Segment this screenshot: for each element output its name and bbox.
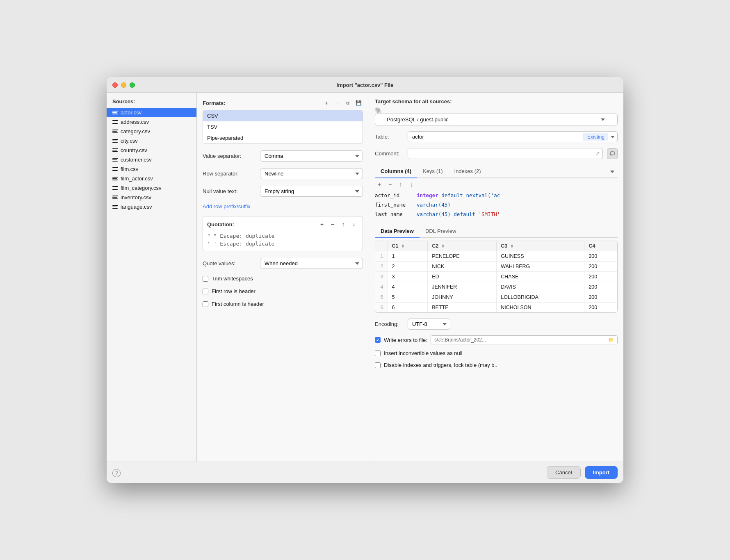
data-preview-section: Data Preview DDL Preview C1 ⇕ C2 ⇕ C3 ⇕ … (375, 225, 618, 313)
chevron-down-icon (611, 136, 615, 138)
insert-inconvertible-label: Insert inconvertible values as null (384, 350, 463, 356)
source-item-film[interactable]: film.csv (107, 164, 196, 174)
tab-data-preview[interactable]: Data Preview (375, 225, 420, 238)
source-item-category[interactable]: category.csv (107, 127, 196, 136)
cell-c3: WAHLBERG (497, 262, 584, 272)
add-format-button[interactable]: + (322, 98, 331, 107)
column-name: actor_id (375, 192, 412, 198)
row-num: 1 (375, 251, 388, 262)
tabs-more-button[interactable] (607, 166, 618, 176)
value-separator-label: Value separator: (203, 153, 256, 159)
save-format-button[interactable]: 💾 (354, 98, 363, 107)
tab-columns[interactable]: Columns (4) (375, 165, 417, 178)
first-row-header-label: First row is header (212, 288, 256, 294)
comment-input[interactable] (408, 148, 593, 159)
expand-comment-button[interactable]: ↗ (593, 150, 602, 157)
column-row-first-name: first_name varchar(45) (375, 200, 618, 209)
source-item-address[interactable]: address.csv (107, 117, 196, 127)
table-dropdown-button[interactable] (608, 136, 617, 138)
columns-toolbar: + − ↑ ↓ (375, 178, 618, 191)
cancel-button[interactable]: Cancel (547, 466, 580, 479)
source-name: address.csv (121, 119, 149, 125)
cell-c1: 5 (388, 292, 428, 303)
quotation-header: Quotation: + − ↑ ↓ (207, 220, 358, 229)
minimize-button[interactable] (121, 82, 126, 88)
row-num: 2 (375, 262, 388, 272)
tab-indexes[interactable]: Indexes (2) (449, 165, 487, 178)
preview-col-c1[interactable]: C1 ⇕ (388, 241, 428, 251)
source-item-country[interactable]: country.csv (107, 146, 196, 155)
tab-ddl-preview[interactable]: DDL Preview (420, 225, 462, 238)
cell-c2: ED (428, 272, 497, 282)
quote-values-select[interactable]: When needed Always Never (260, 258, 363, 269)
preview-col-c3[interactable]: C3 ⇕ (497, 241, 584, 251)
cell-c4: 200 (584, 272, 617, 282)
file-icon (112, 176, 118, 182)
table-row: 4 4 JENNIFER DAVIS 200 (375, 282, 617, 292)
preview-header-row: C1 ⇕ C2 ⇕ C3 ⇕ C4 (375, 241, 617, 251)
disable-indexes-checkbox[interactable] (375, 362, 381, 368)
row-num: 4 (375, 282, 388, 292)
cell-c4: 200 (584, 262, 617, 272)
error-file-path[interactable]: s/JetBrains/actor_202... 📁 (431, 335, 618, 344)
formats-section: Formats: + − ⧉ 💾 CSV TSV Pipe-separated (203, 98, 363, 144)
schema-select-wrapper: 🐘 PostgreSQL / guest.public (375, 107, 618, 125)
close-button[interactable] (112, 82, 118, 88)
source-item-inventory[interactable]: inventory.csv (107, 193, 196, 202)
format-item-tsv[interactable]: TSV (203, 121, 363, 132)
source-item-city[interactable]: city.csv (107, 136, 196, 146)
import-button[interactable]: Import (585, 466, 618, 479)
preview-col-c2[interactable]: C2 ⇕ (428, 241, 497, 251)
remove-format-button[interactable]: − (333, 98, 342, 107)
comment-input-wrapper: ↗ (408, 148, 603, 159)
quotation-item-single: ' ' Escape: duplicate (207, 240, 358, 248)
add-column-button[interactable]: + (375, 180, 384, 189)
trim-whitespaces-checkbox[interactable] (203, 276, 208, 282)
row-separator-select[interactable]: Newline CR+LF (260, 168, 363, 179)
traffic-lights (112, 82, 135, 88)
help-button[interactable]: ? (112, 469, 121, 477)
source-item-actor[interactable]: actor.csv (107, 108, 196, 117)
add-quotation-button[interactable]: + (317, 220, 326, 229)
table-row: 2 2 NICK WAHLBERG 200 (375, 262, 617, 272)
encoding-select[interactable]: UTF-8 UTF-16 ISO-8859-1 (408, 319, 450, 330)
copy-format-button[interactable]: ⧉ (343, 98, 352, 107)
value-separator-select[interactable]: Comma Tab Semicolon (260, 150, 363, 162)
move-down-quotation-button[interactable]: ↓ (349, 220, 358, 229)
first-row-header-checkbox[interactable] (203, 289, 208, 294)
null-value-select[interactable]: Empty string NULL (260, 186, 363, 197)
move-down-column-button[interactable]: ↓ (407, 180, 416, 189)
source-item-film-actor[interactable]: film_actor.csv (107, 174, 196, 183)
action-buttons: Cancel Import (107, 462, 623, 483)
remove-quotation-button[interactable]: − (328, 220, 337, 229)
move-up-quotation-button[interactable]: ↑ (339, 220, 348, 229)
file-icon (112, 204, 118, 210)
tab-keys[interactable]: Keys (1) (417, 165, 448, 178)
file-icon (112, 138, 118, 144)
right-panel: Target schema for all sources: 🐘 Postgre… (369, 93, 623, 462)
table-name-input[interactable] (408, 132, 584, 142)
preview-col-c4[interactable]: C4 (584, 241, 617, 251)
comment-action-button[interactable] (607, 148, 618, 159)
schema-select-display[interactable]: PostgreSQL / guest.public (375, 114, 618, 125)
insert-inconvertible-checkbox[interactable] (375, 351, 381, 356)
column-type: varchar(45) default 'SMITH' (417, 211, 500, 217)
format-item-csv[interactable]: CSV (203, 110, 363, 121)
move-up-column-button[interactable]: ↑ (396, 180, 405, 189)
cell-c1: 2 (388, 262, 428, 272)
write-errors-checkbox[interactable] (375, 337, 381, 343)
add-row-prefix-link[interactable]: Add row prefix/suffix (203, 203, 363, 209)
remove-column-button[interactable]: − (386, 180, 395, 189)
file-icon (112, 129, 118, 134)
quotation-box: Quotation: + − ↑ ↓ " " Escape: duplicate… (203, 216, 363, 251)
format-item-pipe[interactable]: Pipe-separated (203, 132, 363, 143)
chevron-down-icon (601, 118, 605, 121)
file-icon (112, 119, 118, 125)
source-item-film-category[interactable]: film_category.csv (107, 183, 196, 193)
first-column-header-row: First column is header (203, 301, 363, 307)
first-column-header-checkbox[interactable] (203, 301, 208, 307)
source-item-customer[interactable]: customer.csv (107, 155, 196, 164)
source-item-language[interactable]: language.csv (107, 202, 196, 212)
column-type: varchar(45) (417, 202, 451, 208)
maximize-button[interactable] (130, 82, 135, 88)
